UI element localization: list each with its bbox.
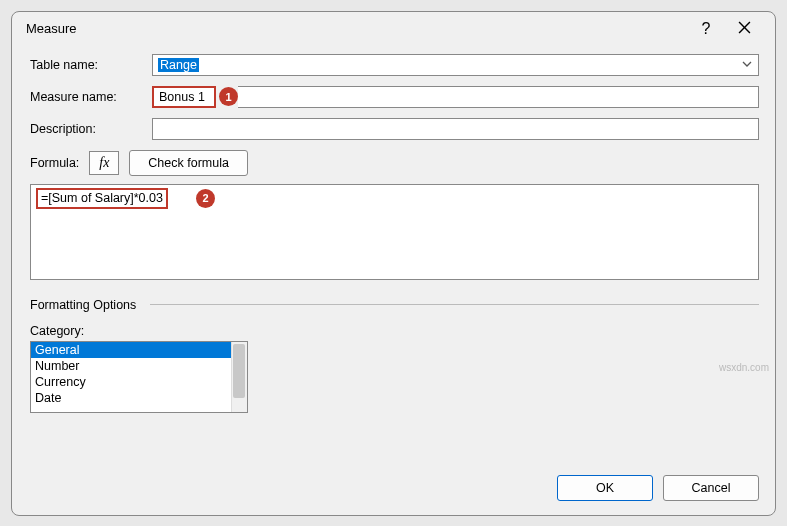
category-label: Category: [30, 324, 759, 338]
formatting-header: Formatting Options [30, 298, 759, 312]
fx-button[interactable]: fx [89, 151, 119, 175]
measure-name-label: Measure name: [30, 90, 152, 104]
callout-2: 2 [196, 189, 215, 208]
scrollbar[interactable] [231, 342, 247, 412]
divider [150, 304, 759, 305]
scroll-thumb[interactable] [233, 344, 245, 398]
chevron-down-icon [742, 59, 752, 69]
titlebar: Measure ? [12, 12, 775, 48]
table-name-row: Table name: Range [30, 54, 759, 76]
callout-1: 1 [219, 87, 238, 106]
table-name-label: Table name: [30, 58, 152, 72]
list-item[interactable]: Date [31, 390, 247, 406]
table-name-select[interactable]: Range [152, 54, 759, 76]
measure-dialog: Measure ? Table name: Range Measure name… [11, 11, 776, 516]
formula-row: Formula: fx Check formula [30, 150, 759, 176]
description-input[interactable] [152, 118, 759, 140]
check-formula-button[interactable]: Check formula [129, 150, 248, 176]
watermark: wsxdn.com [719, 362, 769, 373]
formula-text: =[Sum of Salary]*0.03 [36, 188, 168, 209]
table-name-value: Range [158, 58, 199, 72]
formula-label: Formula: [30, 156, 79, 170]
description-label: Description: [30, 122, 152, 136]
cancel-button[interactable]: Cancel [663, 475, 759, 501]
measure-name-row: Measure name: 1 [30, 86, 759, 108]
formatting-title: Formatting Options [30, 298, 136, 312]
formula-input[interactable]: =[Sum of Salary]*0.03 2 [30, 184, 759, 280]
close-icon[interactable] [725, 20, 763, 38]
list-item[interactable]: Currency [31, 374, 247, 390]
dialog-title: Measure [26, 21, 687, 36]
measure-name-input[interactable] [152, 86, 216, 108]
description-row: Description: [30, 118, 759, 140]
measure-name-input-tail[interactable] [238, 86, 759, 108]
list-item[interactable]: Number [31, 358, 247, 374]
dialog-footer: OK Cancel [12, 465, 775, 515]
help-icon[interactable]: ? [687, 20, 725, 38]
ok-button[interactable]: OK [557, 475, 653, 501]
list-item[interactable]: General [31, 342, 247, 358]
dialog-content: Table name: Range Measure name: 1 Descri… [12, 48, 775, 465]
category-listbox[interactable]: General Number Currency Date [30, 341, 248, 413]
fx-icon: fx [99, 155, 109, 171]
